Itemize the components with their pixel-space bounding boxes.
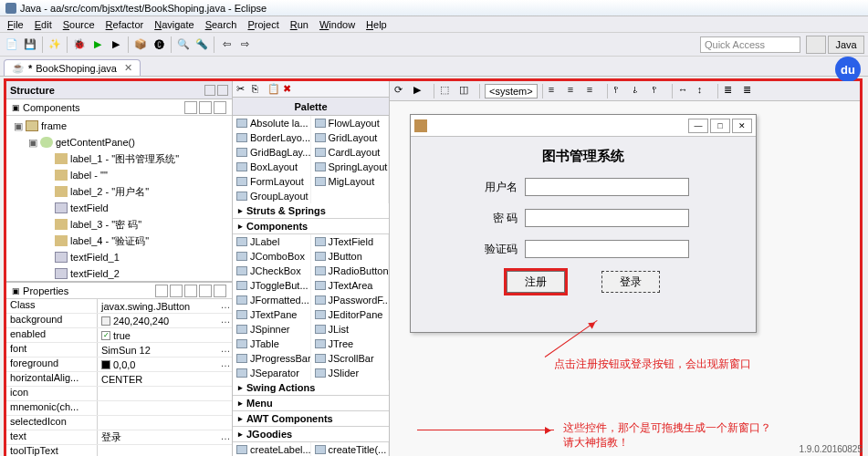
palette-body[interactable]: Absolute la...FlowLayoutBorderLayo...Gri… — [233, 116, 389, 456]
nav-fwd-icon[interactable]: ⇨ — [236, 36, 253, 53]
palette-item[interactable]: JCheckBox — [233, 264, 311, 278]
debug-icon[interactable]: 🐞 — [71, 36, 88, 53]
quick-access-input[interactable]: Quick Access — [700, 36, 800, 53]
palette-item[interactable]: JProgressBar — [233, 351, 311, 366]
palette-item[interactable]: JTable — [233, 337, 311, 351]
tree-node[interactable]: label_2 - "用户名" — [8, 183, 230, 200]
palette-item[interactable]: FlowLayout — [311, 116, 390, 130]
cut-icon[interactable]: ✂ — [236, 83, 249, 96]
component-tree[interactable]: ▣frame▣getContentPane()label_1 - "图书管理系统… — [6, 116, 232, 281]
tree-node[interactable]: label_3 - "密 码" — [8, 216, 230, 233]
palette-item[interactable]: JToggleBut... — [233, 278, 311, 293]
palette-item[interactable]: JSpinner — [233, 322, 311, 337]
property-row[interactable]: foreground0,0,0… — [6, 358, 232, 372]
tree-node[interactable]: label_1 - "图书管理系统" — [8, 150, 230, 167]
palette-item[interactable]: GroupLayout — [233, 189, 311, 203]
open-perspective-icon[interactable] — [806, 36, 826, 54]
property-row[interactable]: mnemonic(ch... — [6, 401, 232, 416]
menu-run[interactable]: Run — [285, 19, 314, 30]
palette-item[interactable]: JComboBox — [233, 249, 311, 264]
new-package-icon[interactable]: 📦 — [132, 36, 149, 53]
copy-icon[interactable]: ⎘ — [252, 83, 265, 96]
captcha-input[interactable] — [525, 240, 689, 258]
menu-refactor[interactable]: Refactor — [100, 19, 150, 30]
palette-item[interactable]: BorderLayo... — [233, 130, 311, 145]
close-icon[interactable]: ✕ — [124, 62, 132, 74]
ext-run-icon[interactable]: ▶ — [108, 36, 124, 53]
new-class-icon[interactable]: 🅒 — [151, 36, 167, 53]
maximize-icon[interactable] — [217, 85, 228, 96]
property-row[interactable]: selectedIcon — [6, 416, 232, 430]
palette-item[interactable]: CardLayout — [311, 145, 390, 160]
password-input[interactable] — [525, 209, 689, 227]
search-icon[interactable]: 🔦 — [193, 36, 210, 53]
dist-v-icon[interactable]: ≣ — [742, 83, 758, 99]
palette-item[interactable]: Absolute la... — [233, 116, 311, 130]
refresh-icon[interactable]: ⟳ — [393, 83, 410, 99]
palette-item[interactable]: JSeparator — [233, 366, 311, 380]
tree-node[interactable]: textField_2 — [8, 265, 230, 281]
tree-node[interactable]: label_4 - "验证码" — [8, 233, 230, 249]
menu-file[interactable]: File — [2, 19, 29, 30]
new-icon[interactable]: 📄 — [4, 36, 20, 53]
select-icon[interactable]: ⬚ — [439, 83, 455, 99]
palette-item[interactable]: JTextArea — [311, 278, 390, 293]
menu-project[interactable]: Project — [243, 19, 285, 30]
palette-item[interactable]: JButton — [311, 249, 390, 264]
property-row[interactable]: toolTipText — [6, 445, 232, 456]
palette-item[interactable] — [311, 189, 390, 203]
palette-item[interactable]: JPasswordF... — [311, 293, 390, 307]
design-canvas[interactable]: — □ ✕ 图书管理系统 用户名 密 码 验证码 注册 登录 — [410, 114, 757, 333]
palette-category[interactable]: ▸Components — [233, 219, 389, 234]
palette-item[interactable]: JFormatted... — [233, 293, 311, 307]
palette-item[interactable]: JTree — [311, 337, 390, 351]
palette-item[interactable]: JLabel — [233, 234, 311, 249]
paste-icon[interactable]: 📋 — [267, 83, 280, 96]
menu-window[interactable]: Window — [314, 19, 361, 30]
palette-item[interactable]: JScrollBar — [311, 351, 390, 366]
palette-item[interactable]: JSlider — [311, 366, 390, 380]
tree-node[interactable]: textField — [8, 200, 230, 216]
system-lnf-dropdown[interactable]: <system> — [485, 84, 538, 98]
property-row[interactable]: background240,240,240… — [6, 314, 232, 328]
palette-category[interactable]: ▸Swing Actions — [233, 380, 389, 396]
palette-item[interactable]: MigLayout — [311, 174, 390, 189]
java-perspective-button[interactable]: Java — [828, 36, 864, 54]
menu-source[interactable]: Source — [58, 19, 100, 30]
tree-node[interactable]: ▣frame — [8, 118, 230, 134]
editor-tab-bookshoping[interactable]: ☕ * BookShoping.java ✕ — [4, 59, 141, 76]
property-row[interactable]: enabled✓true — [6, 328, 232, 343]
same-width-icon[interactable]: ↔ — [677, 83, 694, 99]
palette-item[interactable]: SpringLayout — [311, 160, 390, 174]
wand-icon[interactable]: ✨ — [47, 36, 63, 53]
align-center-icon[interactable]: ≡ — [567, 83, 583, 99]
palette-item[interactable]: BoxLayout — [233, 160, 311, 174]
same-height-icon[interactable]: ↕ — [696, 83, 713, 99]
menu-search[interactable]: Search — [200, 19, 243, 30]
palette-item[interactable]: JTextField — [311, 234, 390, 249]
palette-item[interactable]: JTextPane — [233, 307, 311, 322]
menu-navigate[interactable]: Navigate — [149, 19, 199, 30]
palette-item[interactable]: JRadioButton — [311, 264, 390, 278]
palette-item[interactable]: JEditorPane — [311, 307, 390, 322]
minimize-icon[interactable] — [204, 85, 215, 96]
tree-node[interactable]: label - "" — [8, 167, 230, 183]
open-type-icon[interactable]: 🔍 — [175, 36, 192, 53]
save-icon[interactable]: 💾 — [22, 36, 38, 53]
property-row[interactable]: icon — [6, 387, 232, 401]
delete-icon[interactable]: ✖ — [283, 83, 296, 96]
marquee-icon[interactable]: ◫ — [458, 83, 475, 99]
username-input[interactable] — [525, 178, 689, 196]
palette-category[interactable]: ▸Struts & Springs — [233, 203, 389, 219]
palette-category[interactable]: ▸Menu — [233, 396, 389, 411]
align-bottom-icon[interactable]: ⫯ — [651, 83, 667, 99]
property-row[interactable]: horizontalAlig...CENTER — [6, 372, 232, 387]
properties-grid[interactable]: Classjavax.swing.JButton…background240,2… — [6, 299, 232, 456]
palette-category[interactable]: ▸JGoodies — [233, 427, 389, 442]
expand-icon[interactable] — [184, 101, 197, 114]
login-button[interactable]: 登录 — [601, 271, 660, 293]
palette-category[interactable]: ▸AWT Components — [233, 411, 389, 427]
tree-node[interactable]: ▣getContentPane() — [8, 134, 230, 150]
align-top-icon[interactable]: ⫯ — [612, 83, 629, 99]
test-icon[interactable]: ▶ — [413, 83, 429, 99]
